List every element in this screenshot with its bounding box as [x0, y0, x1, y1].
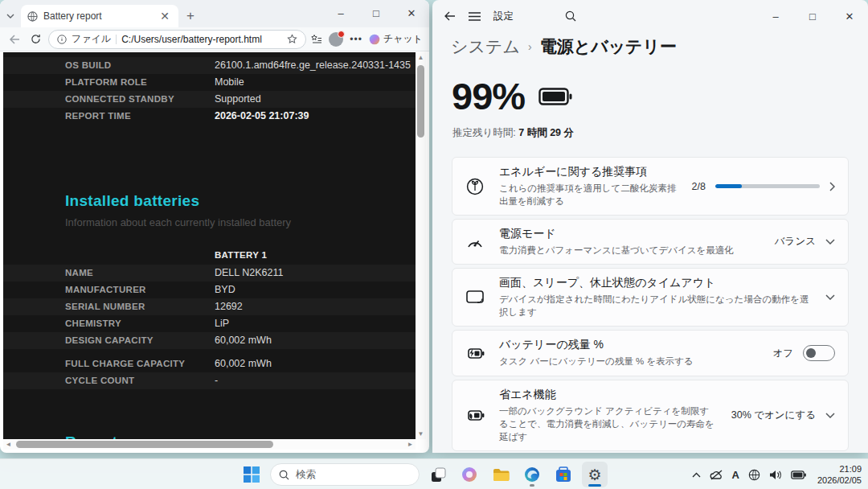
- horizontal-scroll-thumb[interactable]: [16, 441, 273, 448]
- tray-chevron-up-icon[interactable]: [692, 472, 701, 478]
- new-tab-button[interactable]: +: [183, 9, 198, 23]
- vertical-scroll-thumb[interactable]: [417, 65, 424, 138]
- browser-maximize-button[interactable]: □: [358, 0, 394, 26]
- report-label: PLATFORM ROLE: [65, 76, 215, 88]
- card-battery-percentage[interactable]: バッテリーの残量 % タスク バーにバッテリーの残量 % を表示する オフ: [452, 330, 849, 376]
- settings-card-list: エネルギーに関する推奨事項 これらの推奨事項を適用して二酸化炭素排出量を削減する…: [452, 157, 849, 453]
- report-label: OS BUILD: [65, 60, 215, 72]
- report-label: MANUFACTURER: [65, 284, 215, 296]
- card-title: エネルギーに関する推奨事項: [499, 165, 678, 179]
- refresh-icon[interactable]: [27, 31, 43, 47]
- breadcrumb-separator: ›: [528, 40, 532, 53]
- recommendations-progress-label: 2/8: [692, 181, 706, 192]
- tab-search-chevron-icon[interactable]: [0, 5, 21, 27]
- collections-icon[interactable]: [311, 34, 322, 45]
- screen-moon-icon: [465, 290, 485, 304]
- settings-search-icon[interactable]: [565, 10, 576, 22]
- card-title: 省エネ機能: [499, 388, 717, 402]
- card-screen-sleep-timeouts[interactable]: 画面、スリープ、休止状態のタイムアウト デバイスが指定された時間にわたりアイドル…: [452, 268, 849, 327]
- active-indicator: [588, 484, 601, 487]
- chevron-down-icon: [825, 239, 835, 244]
- breadcrumb-system-link[interactable]: システム: [451, 35, 520, 58]
- card-power-mode[interactable]: 電源モード 電力消費とパフォーマンスに基づいてデバイスを最適化 バランス: [452, 219, 849, 265]
- energy-saver-threshold-value: 30% でオンにする: [731, 409, 816, 422]
- edge-button[interactable]: [519, 462, 545, 487]
- address-url[interactable]: C:/Users/user/battery-report.html: [121, 34, 282, 45]
- profile-avatar[interactable]: [329, 32, 343, 47]
- windows-logo-icon: [244, 466, 260, 483]
- settings-maximize-button[interactable]: □: [794, 0, 831, 32]
- battery-bolt-icon: [465, 347, 485, 360]
- battery-estimate: 推定残り時間: 7 時間 29 分: [432, 126, 868, 140]
- battery-percent-toggle[interactable]: [803, 345, 835, 361]
- browser-close-button[interactable]: ✕: [394, 0, 429, 26]
- section-title-installed-batteries: Installed batteries: [65, 192, 416, 210]
- report-value: 60,002 mWh: [215, 358, 272, 370]
- vertical-scrollbar[interactable]: ▲ ▼: [416, 52, 426, 439]
- address-bar[interactable]: ファイル C:/Users/user/battery-report.html: [48, 30, 306, 49]
- estimate-value: 7 時間 29 分: [518, 127, 574, 138]
- card-subtitle: タスク バーにバッテリーの残量 % を表示する: [499, 355, 694, 368]
- scroll-down-icon[interactable]: ▼: [416, 429, 426, 439]
- horizontal-scrollbar[interactable]: ◄ ►: [3, 439, 416, 450]
- scroll-left-icon[interactable]: ◄: [3, 439, 14, 450]
- gear-icon: ⚙: [588, 467, 601, 483]
- file-scheme-label: ファイル: [72, 32, 111, 46]
- tab-title: Battery report: [43, 10, 152, 22]
- settings-minimize-button[interactable]: –: [757, 0, 794, 32]
- battery-leaf-icon: [465, 409, 485, 421]
- ime-mode-indicator[interactable]: A: [732, 469, 739, 481]
- chevron-down-icon: [825, 294, 835, 300]
- report-label: CHEMISTRY: [65, 318, 215, 330]
- toggle-state-label: オフ: [772, 347, 793, 360]
- speedometer-icon: [465, 235, 485, 249]
- start-button[interactable]: [239, 462, 264, 487]
- tray-battery-icon[interactable]: [791, 471, 806, 479]
- browser-tab[interactable]: Battery report ✕: [21, 5, 178, 27]
- globe-favicon-icon: [27, 11, 38, 22]
- report-value: 26100.1.amd64fre.ge_release.240331-1435: [215, 60, 411, 72]
- chevron-right-icon: [829, 182, 835, 191]
- volume-icon[interactable]: [769, 470, 782, 480]
- microsoft-store-button[interactable]: [551, 462, 576, 487]
- page-title: 電源とバッテリー: [540, 35, 677, 58]
- task-view-button[interactable]: [425, 462, 451, 487]
- report-label: SERIAL NUMBER: [65, 301, 215, 313]
- browser-minimize-button[interactable]: –: [323, 0, 358, 26]
- taskbar-clock[interactable]: 21:09 2026/02/05: [817, 463, 862, 487]
- taskbar: 検索 ⚙ A: [0, 458, 868, 489]
- scroll-right-icon[interactable]: ►: [405, 439, 416, 450]
- leaf-circle-icon: [465, 178, 485, 195]
- network-globe-icon[interactable]: [748, 469, 760, 481]
- card-energy-recommendations[interactable]: エネルギーに関する推奨事項 これらの推奨事項を適用して二酸化炭素排出量を削減する…: [452, 157, 849, 216]
- favorite-star-icon[interactable]: [287, 34, 297, 44]
- file-explorer-icon: [493, 468, 510, 482]
- scroll-up-icon[interactable]: ▲: [416, 52, 426, 63]
- report-value: 12692: [215, 301, 243, 313]
- card-subtitle: デバイスが指定された時間にわたりアイドル状態になった場合の動作を選択します: [499, 293, 811, 318]
- copilot-chat-button[interactable]: チャット: [369, 32, 423, 46]
- settings-close-button[interactable]: ✕: [831, 0, 868, 32]
- report-value: DELL N2K6211: [215, 267, 283, 279]
- hamburger-menu-icon[interactable]: [469, 12, 481, 21]
- progress-fill: [715, 184, 742, 188]
- settings-taskbar-button[interactable]: ⚙: [582, 462, 608, 487]
- card-energy-saver[interactable]: 省エネ機能 一部のバックグラウンド アクティビティを制限することで、電力消費を削…: [452, 380, 849, 451]
- card-title: 画面、スリープ、休止状態のタイムアウト: [499, 276, 811, 290]
- search-label: 検索: [296, 468, 316, 482]
- onedrive-paused-icon[interactable]: [710, 470, 723, 480]
- taskbar-search-box[interactable]: 検索: [270, 463, 420, 486]
- task-view-icon: [431, 467, 446, 483]
- edge-icon: [524, 466, 540, 483]
- copilot-button[interactable]: [457, 462, 482, 487]
- file-explorer-button[interactable]: [488, 462, 514, 487]
- card-title: バッテリーの残量 %: [499, 338, 694, 352]
- chat-label: チャット: [383, 32, 423, 46]
- search-icon: [279, 470, 289, 480]
- more-menu-icon[interactable]: •••: [350, 34, 362, 45]
- tab-close-icon[interactable]: ✕: [158, 9, 172, 23]
- settings-back-icon[interactable]: [444, 11, 456, 21]
- page-info-icon[interactable]: [57, 35, 67, 44]
- card-title: 電源モード: [499, 227, 734, 241]
- back-icon[interactable]: [6, 31, 23, 47]
